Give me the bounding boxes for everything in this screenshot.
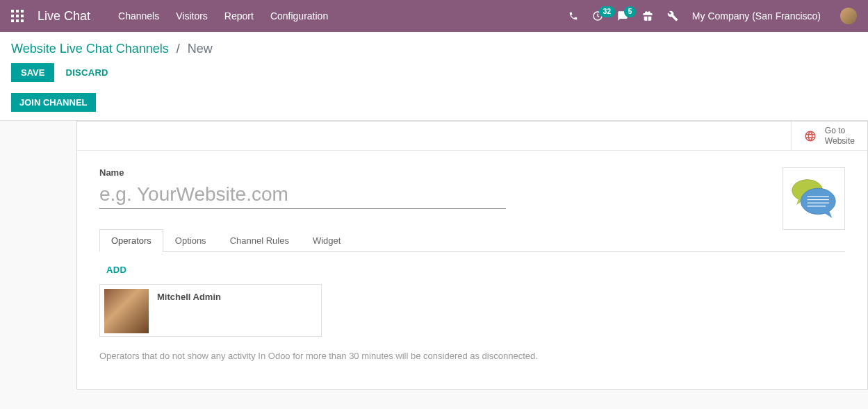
tab-channel-rules[interactable]: Channel Rules [218, 229, 301, 252]
operators-help-text: Operators that do not show any activity … [99, 351, 845, 361]
company-selector[interactable]: My Company (San Francisco) [692, 10, 821, 22]
breadcrumb-current: New [188, 42, 213, 56]
breadcrumb-sep: / [177, 42, 180, 56]
svg-rect-5 [21, 15, 24, 17]
apps-icon[interactable] [11, 10, 24, 22]
menu-report[interactable]: Report [224, 10, 254, 22]
tab-content-operators: ADD Mitchell Admin Operators that do not… [99, 252, 845, 372]
svg-rect-4 [16, 15, 19, 17]
name-input[interactable] [99, 181, 506, 209]
add-operator-button[interactable]: ADD [106, 265, 126, 275]
operator-name: Mitchell Admin [157, 292, 221, 302]
breadcrumb-bar: Website Live Chat Channels / New SAVE DI… [0, 32, 868, 89]
user-avatar[interactable] [840, 8, 857, 24]
message-badge: 5 [624, 6, 637, 17]
main-menu: Channels Visitors Report Configuration [118, 10, 328, 22]
message-icon[interactable]: 5 [617, 10, 628, 22]
goto-website-button[interactable]: Go to Website [791, 122, 867, 150]
tab-operators[interactable]: Operators [99, 229, 163, 252]
menu-channels[interactable]: Channels [118, 10, 159, 22]
top-navbar: Live Chat Channels Visitors Report Confi… [0, 0, 868, 32]
svg-rect-6 [11, 19, 14, 22]
goto-website-label: Go to Website [825, 126, 855, 146]
clock-icon[interactable]: 32 [592, 10, 603, 22]
tab-options[interactable]: Options [163, 229, 218, 252]
svg-rect-2 [21, 10, 24, 12]
svg-rect-3 [11, 15, 14, 17]
save-button[interactable]: SAVE [11, 63, 54, 82]
phone-icon[interactable] [568, 11, 578, 21]
name-label: Name [99, 167, 845, 178]
operator-avatar [104, 289, 149, 333]
status-bar: JOIN CHANNEL [0, 89, 868, 121]
breadcrumb: Website Live Chat Channels / New [11, 42, 857, 56]
wrench-icon[interactable] [667, 10, 678, 22]
menu-configuration[interactable]: Configuration [270, 10, 328, 22]
button-box: Go to Website [77, 122, 867, 151]
discard-button[interactable]: DISCARD [65, 67, 108, 78]
navbar-right: 32 5 My Company (San Francisco) [568, 8, 857, 24]
gift-icon[interactable] [642, 10, 653, 22]
globe-icon [804, 130, 817, 142]
join-channel-button[interactable]: JOIN CHANNEL [11, 93, 96, 112]
form-sheet: Go to Website Name [76, 121, 868, 390]
app-title[interactable]: Live Chat [38, 9, 90, 24]
channel-image[interactable] [783, 167, 845, 230]
svg-rect-7 [16, 19, 19, 22]
tabs: Operators Options Channel Rules Widget [99, 228, 845, 252]
menu-visitors[interactable]: Visitors [176, 10, 208, 22]
svg-rect-8 [21, 19, 24, 22]
breadcrumb-root[interactable]: Website Live Chat Channels [11, 42, 169, 56]
clock-badge: 32 [599, 6, 615, 17]
svg-rect-0 [11, 10, 14, 12]
tab-widget[interactable]: Widget [301, 229, 352, 252]
svg-rect-1 [16, 10, 19, 12]
operator-card[interactable]: Mitchell Admin [99, 284, 322, 337]
